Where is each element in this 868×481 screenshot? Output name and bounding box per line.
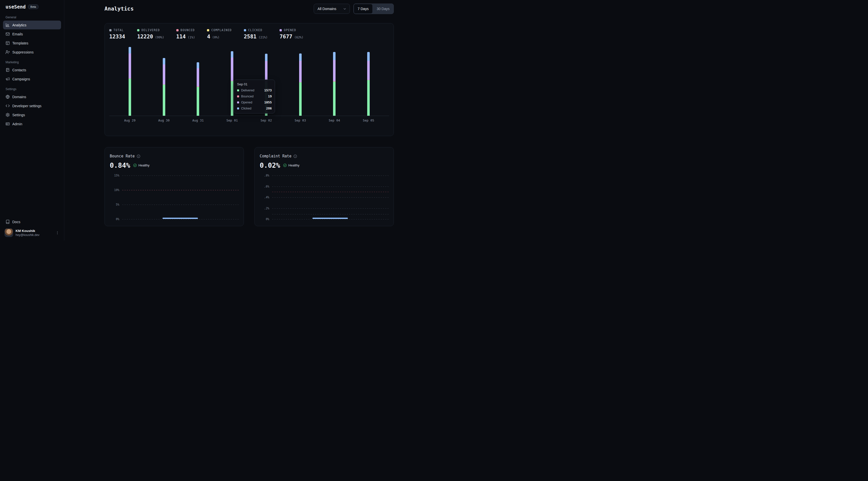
sidebar-item-domains[interactable]: Domains: [3, 92, 61, 101]
stat-dot: [207, 29, 209, 31]
domain-filter-value: All Domains: [317, 7, 336, 11]
stacked-bar: [129, 47, 131, 116]
domain-filter-select[interactable]: All Domains: [314, 4, 350, 14]
bounce-rate-card: Bounce Rate 0.84% Healthy 15%10%5%0%: [104, 147, 244, 226]
tooltip-dot: [237, 95, 239, 97]
sidebar-item-label: Emails: [12, 32, 23, 36]
sidebar-item-analytics[interactable]: Analytics: [3, 21, 61, 29]
sidebar-item-emails[interactable]: Emails: [3, 30, 61, 38]
bar-plot: Sep 01 Delivered1573Bounced19Opened1055C…: [109, 46, 389, 116]
x-label-aug-30: Aug 30: [147, 119, 181, 122]
segment-opened: [299, 61, 302, 82]
header-controls: All Domains 7 Days30 Days: [314, 3, 394, 14]
chart-tooltip: Sep 01 Delivered1573Bounced19Opened1055C…: [234, 79, 275, 114]
segment-opened: [265, 61, 268, 82]
stat-value: 12334: [109, 34, 125, 40]
sidebar-item-label: Admin: [12, 122, 22, 126]
stats-row: TOTAL12334DELIVERED12220(99%)BOUNCED114(…: [109, 28, 389, 40]
stat-label: CLICKED: [248, 28, 262, 32]
bar-sep-04[interactable]: [317, 46, 352, 116]
stat-dot: [280, 29, 282, 31]
x-axis-labels: Aug 29Aug 30Aug 31Sep 01Sep 02Sep 03Sep …: [109, 119, 389, 122]
bar-aug-29[interactable]: [113, 46, 147, 116]
sidebar-item-contacts[interactable]: Contacts: [3, 66, 61, 74]
range-toggle: 7 Days30 Days: [353, 3, 394, 14]
tooltip-row-bounced: Bounced19: [237, 94, 272, 98]
stat-percent: (21%): [258, 36, 268, 39]
segment-clicked: [197, 62, 199, 68]
sidebar-item-campaigns[interactable]: Campaigns: [3, 74, 61, 83]
complaint-rate-card: Complaint Rate 0.02% Healthy .8%.6%.4%.2…: [254, 147, 394, 226]
sidebar-item-admin[interactable]: Admin: [3, 120, 61, 128]
info-icon-slot[interactable]: [136, 154, 141, 158]
kebab-menu-icon[interactable]: [55, 231, 60, 235]
sidebar-item-developer-settings[interactable]: Developer settings: [3, 101, 61, 110]
x-label-sep-01: Sep 01: [215, 119, 249, 122]
id-card-icon: [5, 122, 10, 126]
stat-dot: [137, 29, 140, 31]
check-circle-icon-slot: [283, 163, 287, 167]
segment-delivered: [197, 87, 199, 116]
x-label-sep-03: Sep 03: [283, 119, 317, 122]
bounce-health-badge: Healthy: [133, 163, 149, 167]
bar-aug-30[interactable]: [147, 46, 181, 116]
segment-clicked: [299, 54, 302, 61]
stat-dot: [109, 29, 112, 31]
bar-aug-31[interactable]: [181, 46, 215, 116]
stat-delivered: DELIVERED12220(99%): [137, 28, 164, 40]
grid-line: [272, 197, 389, 198]
threshold-line: [122, 190, 239, 190]
bar-sep-05[interactable]: [351, 46, 385, 116]
avatar: [4, 228, 13, 237]
sidebar-item-templates[interactable]: Templates: [3, 39, 61, 47]
stat-complained: COMPLAINED4(0%): [207, 28, 231, 40]
y-tick-10-: 10%: [109, 188, 119, 192]
sidebar-item-docs[interactable]: Docs: [3, 217, 61, 226]
range-button-7-days[interactable]: 7 Days: [353, 4, 373, 14]
sidebar: useSend Beta GeneralAnalyticsEmailsTempl…: [0, 0, 64, 241]
y-tick-0-: 0%: [259, 217, 269, 221]
y-tick--8-: .8%: [259, 174, 269, 177]
tooltip-dot: [237, 107, 239, 109]
segment-opened: [231, 58, 233, 81]
range-button-30-days[interactable]: 30 Days: [373, 4, 394, 14]
tooltip-row-delivered: Delivered1573: [237, 88, 272, 92]
stat-value: 12220: [137, 34, 153, 40]
check-circle-icon: [283, 163, 287, 167]
complaint-health-label: Healthy: [288, 163, 299, 167]
stat-percent: (1%): [188, 36, 195, 39]
segment-clicked: [367, 52, 370, 61]
sidebar-spacer: [3, 129, 61, 217]
segment-opened: [367, 61, 370, 80]
section-title-settings: Settings: [5, 87, 59, 91]
stat-label: COMPLAINED: [211, 28, 231, 32]
segment-delivered: [299, 82, 302, 116]
rate-data-line: [312, 218, 348, 219]
sidebar-item-settings[interactable]: Settings: [3, 110, 61, 119]
chevron-down-icon: [343, 7, 347, 11]
stat-value: 4: [207, 34, 210, 40]
app-logo: useSend: [5, 4, 26, 9]
user-email: hey@koushik.dev: [16, 233, 53, 237]
user-x-icon: [5, 50, 10, 54]
volume-chart: Sep 01 Delivered1573Bounced19Opened1055C…: [109, 46, 389, 122]
notebook-icon: [5, 68, 10, 72]
segment-opened: [197, 68, 199, 87]
sidebar-item-suppressions[interactable]: Suppressions: [3, 48, 61, 57]
stat-value: 7677: [280, 34, 292, 40]
info-icon-slot[interactable]: [293, 154, 297, 158]
bar-sep-03[interactable]: [283, 46, 317, 116]
segment-delivered: [231, 81, 233, 116]
grid-line: [272, 187, 389, 187]
stacked-bar: [163, 58, 165, 116]
sidebar-item-label: Domains: [12, 95, 26, 99]
x-label-sep-05: Sep 05: [351, 119, 385, 122]
tooltip-value: 286: [266, 106, 272, 110]
y-tick-5-: 5%: [109, 203, 119, 206]
y-tick-15-: 15%: [109, 174, 119, 177]
tooltip-label: Bounced: [241, 95, 266, 98]
tooltip-label: Opened: [241, 101, 262, 104]
check-circle-icon-slot: [133, 163, 137, 167]
user-menu[interactable]: KM Koushik hey@koushik.dev: [3, 226, 61, 237]
segment-clicked: [265, 54, 268, 61]
